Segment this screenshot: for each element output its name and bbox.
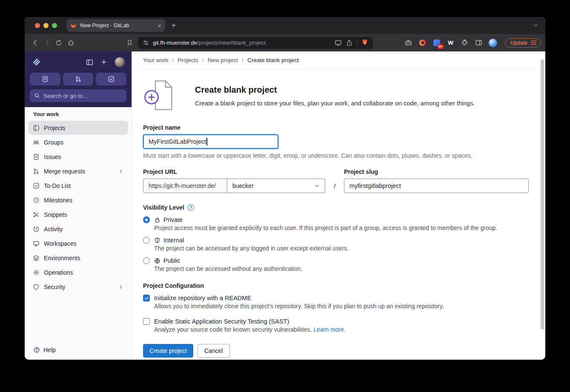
breadcrumb-link-projects[interactable]: Projects <box>178 57 198 63</box>
extension-ring-icon[interactable] <box>418 39 427 47</box>
sidebar-item-groups[interactable]: Groups <box>28 135 128 149</box>
reload-button[interactable] <box>53 37 65 49</box>
search-box[interactable]: Search or go to... <box>30 89 126 102</box>
back-button[interactable] <box>29 37 41 49</box>
project-url-prefix: https://git.fh-muenster.de/ <box>143 179 227 193</box>
extensions-puzzle-icon[interactable] <box>461 39 469 47</box>
page-subtitle: Create a blank project to store your fil… <box>195 100 475 107</box>
namespace-select[interactable]: buecker <box>227 179 325 193</box>
sidebar-item-snippets[interactable]: Snippets <box>28 207 128 222</box>
breadcrumb-separator: / <box>202 57 204 63</box>
minimize-window-button[interactable] <box>43 23 49 28</box>
close-window-button[interactable] <box>35 23 40 28</box>
tab-close-icon[interactable]: × <box>158 23 161 29</box>
main-content: Your work / Projects / New project / Cre… <box>132 51 545 360</box>
page-header: Create blank project Create a blank proj… <box>143 77 529 114</box>
gitlab-sidebar: Search or go to... Your work Projects Gr… <box>25 51 132 360</box>
project-name-help: Must start with a lowercase or uppercase… <box>143 152 529 159</box>
project-configuration-label: Project Configuration <box>143 282 529 289</box>
path-separator: / <box>325 179 344 193</box>
readme-row: Initialize repository with a README <box>143 295 529 301</box>
project-slug-input[interactable]: myfirstgitlabproject <box>344 179 529 193</box>
cancel-button[interactable]: Cancel <box>198 344 230 358</box>
sidebar-item-milestones[interactable]: Milestones <box>28 193 128 207</box>
globe-icon <box>154 258 160 264</box>
sidebar-toggle-icon[interactable] <box>475 39 483 47</box>
sidebar-item-environments[interactable]: Environments <box>28 251 128 265</box>
sidebar-panel: Your work Projects Groups Issues Merge r… <box>25 107 132 341</box>
sidebar-item-projects[interactable]: Projects <box>28 121 128 135</box>
public-radio[interactable] <box>143 257 150 264</box>
sidebar-help[interactable]: Help <box>25 341 132 360</box>
tab-search-chevron-icon[interactable] <box>533 23 538 28</box>
breadcrumb-separator: / <box>172 57 174 63</box>
url-input[interactable]: git.fh-muenster.de/projects/new#blank_pr… <box>138 37 373 49</box>
extensions-cluster: 9+ W Update <box>404 38 541 48</box>
profile-avatar[interactable] <box>489 39 497 47</box>
breadcrumb-link-your-work[interactable]: Your work <box>143 57 169 63</box>
instance-logo-icon[interactable] <box>32 57 42 67</box>
breadcrumb-separator: / <box>242 57 243 63</box>
home-button[interactable] <box>65 37 77 49</box>
shortcut-issues-button[interactable] <box>30 73 60 85</box>
sidebar-item-workspaces[interactable]: Workspaces <box>28 236 128 250</box>
workspaces-icon <box>33 240 40 247</box>
sast-checkbox[interactable] <box>143 318 150 325</box>
lock-icon <box>154 217 160 223</box>
chevron-down-icon <box>314 183 320 189</box>
update-label: Update <box>510 40 527 46</box>
project-slug-label: Project slug <box>344 168 529 175</box>
browser-tab[interactable]: New Project · GitLab × <box>66 19 165 32</box>
create-project-button[interactable]: Create project <box>143 344 193 358</box>
reading-mode-icon[interactable] <box>335 39 342 46</box>
help-icon <box>33 347 40 353</box>
extension-briefcase-icon[interactable] <box>404 39 413 47</box>
internal-radio[interactable] <box>143 237 150 244</box>
visibility-option-private: Private <box>143 216 529 223</box>
project-name-input[interactable]: MyFirstGitLabProject <box>143 134 278 149</box>
bookmark-icon[interactable] <box>123 37 135 49</box>
sast-label: Enable Static Application Security Testi… <box>154 318 289 325</box>
sidebar-item-operations[interactable]: Operations <box>28 265 128 279</box>
zoom-window-button[interactable] <box>52 23 57 28</box>
page-scrollbar[interactable] <box>541 60 544 330</box>
forward-button[interactable] <box>41 37 53 49</box>
sidebar-item-todo-list[interactable]: To-Do List <box>28 179 128 193</box>
extension-blue-icon[interactable]: 9+ <box>433 39 441 47</box>
user-avatar[interactable] <box>115 57 125 67</box>
readme-checkbox[interactable] <box>143 295 150 301</box>
sidebar-item-issues[interactable]: Issues <box>28 150 128 164</box>
internal-option-label: Internal <box>163 237 184 244</box>
window-controls <box>35 23 57 28</box>
project-slug-value: myfirstgitlabproject <box>349 182 401 189</box>
create-new-button[interactable] <box>100 59 107 65</box>
sidebar-item-security[interactable]: Security <box>28 280 128 294</box>
sidebar-section-label: Your work <box>25 111 132 117</box>
sidebar-item-label: Workspaces <box>44 240 77 247</box>
project-url-label: Project URL <box>143 168 325 175</box>
shortcut-merge-requests-button[interactable] <box>63 73 94 85</box>
sast-desc-text: Analyze your source code for known secur… <box>154 326 312 333</box>
update-button[interactable]: Update <box>505 38 541 48</box>
sidebar-item-merge-requests[interactable]: Merge requests <box>28 164 128 178</box>
shortcut-todo-button[interactable] <box>96 73 126 85</box>
issues-icon <box>33 153 40 160</box>
sidebar-item-activity[interactable]: Activity <box>28 222 128 236</box>
security-shield-icon <box>33 284 40 290</box>
sidebar-item-label: Operations <box>44 269 73 276</box>
new-tab-button[interactable]: + <box>171 21 176 30</box>
menu-hamburger-icon[interactable] <box>531 41 536 45</box>
todo-icon <box>33 182 40 189</box>
extension-w-icon[interactable]: W <box>447 39 455 47</box>
visibility-help-icon[interactable]: ? <box>187 204 194 211</box>
collapse-sidebar-icon[interactable] <box>86 59 93 66</box>
create-project-page: Create blank project Create a blank proj… <box>132 77 545 358</box>
site-info-icon[interactable] <box>143 40 149 46</box>
learn-more-link[interactable]: Learn more. <box>313 326 345 333</box>
breadcrumb-link-new-project[interactable]: New project <box>208 57 238 63</box>
brave-shield-icon[interactable] <box>361 39 368 46</box>
private-radio[interactable] <box>143 216 150 223</box>
url-path: /projects/new#blank_project <box>197 40 266 46</box>
share-icon[interactable] <box>346 40 352 46</box>
readme-label: Initialize repository with a README <box>154 295 251 301</box>
